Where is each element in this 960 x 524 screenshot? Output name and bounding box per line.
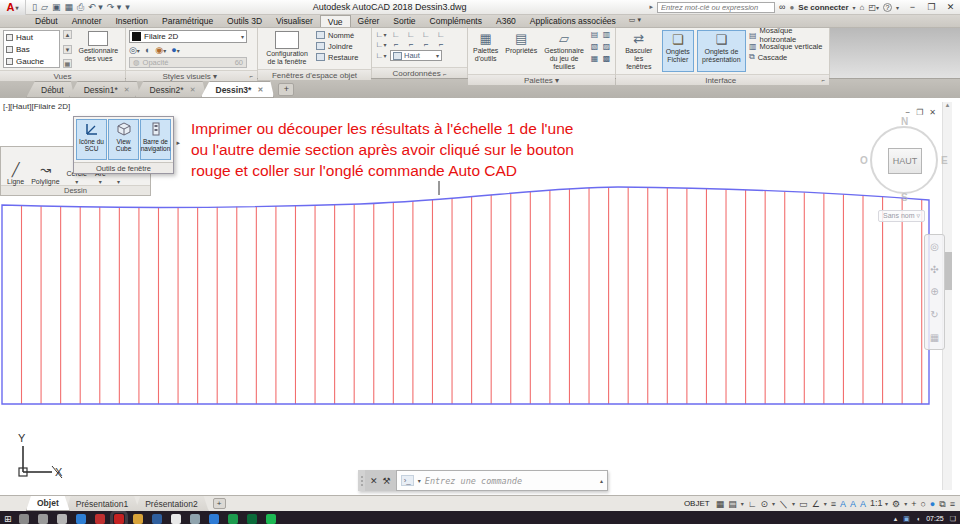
isolate-objects-icon[interactable]: ○ — [920, 497, 925, 511]
visual-style-dropdown[interactable]: Filaire 2D ▾ — [129, 30, 247, 43]
ribbon-tab-visualiser[interactable]: Visualiser — [269, 15, 320, 27]
open-file-icon[interactable]: ▱ — [41, 2, 48, 12]
ribbon-tab-param-trique[interactable]: Paramétrique — [155, 15, 220, 27]
named-ucs-dropdown[interactable]: Haut▾ — [390, 50, 442, 61]
ribbon-tab-a360[interactable]: A360 — [489, 15, 523, 27]
ortho-icon[interactable]: ∟ — [748, 497, 757, 511]
file-tab-dessin3[interactable]: Dessin3*✕ — [201, 81, 275, 98]
ribbon-tab-annoter[interactable]: Annoter — [65, 15, 109, 27]
ucs-icon-visibility-button[interactable]: ∟▾ — [375, 51, 387, 60]
drawing-area[interactable]: [-][Haut][Filaire 2D] Imprimer ou découp… — [0, 98, 960, 495]
viewcube-button[interactable]: View Cube — [108, 119, 139, 160]
sign-in-caret-icon[interactable]: ▾ — [853, 4, 856, 11]
viewport-tool-joindre[interactable]: Joindre — [316, 41, 358, 51]
panel-caption-vues[interactable]: Vues — [0, 70, 125, 81]
annotation-autoscale-icon[interactable]: A — [850, 497, 856, 511]
file-tab-close-icon[interactable]: ✕ — [124, 86, 130, 94]
layout-tab-objet[interactable]: Objet — [26, 496, 70, 511]
taskbar-app-icon-7[interactable] — [152, 514, 162, 524]
taskbar-app-icon-8[interactable] — [171, 514, 181, 524]
new-file-icon[interactable]: ▯ — [32, 2, 37, 12]
ribbon-tab-insertion[interactable]: Insertion — [108, 15, 155, 27]
dropdown[interactable]: ▾ — [741, 496, 744, 511]
taskbar-app-icon-13[interactable] — [266, 514, 276, 524]
viewcube-east[interactable]: E — [941, 155, 948, 166]
textures-icon[interactable]: ◉▾ — [155, 45, 166, 55]
switch-windows-button[interactable]: ⇄ Basculer les fenêtres — [619, 30, 659, 72]
taskbar-app-icon-3[interactable] — [76, 514, 86, 524]
taskbar-app-icon-11[interactable] — [228, 514, 238, 524]
scrollbar-thumb[interactable] — [944, 252, 952, 290]
palette-mini-icon-0[interactable]: ▤ — [589, 30, 600, 41]
viewport-configuration-button[interactable]: Configuration de la fenêtre — [261, 30, 313, 67]
dynamic-input-icon[interactable]: ▭ — [799, 497, 808, 511]
gear-icon[interactable]: ⚙ — [892, 497, 900, 511]
view-list-scroll[interactable]: ▲▼▦ — [63, 30, 72, 68]
view-list-item-haut[interactable]: Haut — [4, 31, 59, 43]
ribbon-tab-applications-associ-es[interactable]: Applications associées — [523, 15, 623, 27]
layout-tab-présentation2[interactable]: Présentation2 — [135, 496, 208, 511]
panel-caption-palettes[interactable]: Palettes ▾ — [468, 74, 615, 85]
ucs-z-icon[interactable]: ⌐ — [435, 40, 447, 49]
tray-up-icon[interactable]: ▴ — [894, 515, 898, 523]
osnap-tracking-icon[interactable]: ＼ — [779, 497, 788, 511]
lineweight-icon[interactable]: ≡ — [831, 497, 836, 511]
taskbar-app-icon-10[interactable] — [209, 514, 219, 524]
panel-caption-interface[interactable]: Interface ⌐ — [616, 74, 829, 85]
taskbar-app-icon-9[interactable] — [190, 514, 200, 524]
taskbar-app-icon-2[interactable] — [57, 514, 67, 524]
ucs-previous-icon[interactable]: ∟ — [420, 30, 432, 39]
viewcube-south[interactable]: S — [901, 192, 908, 203]
ucs-x-icon[interactable]: ⌐ — [405, 40, 417, 49]
taskbar-app-icon-5[interactable] — [114, 514, 124, 524]
navigation-bar-button[interactable]: Barre de navigation — [140, 119, 171, 160]
palette-mini-icon-3[interactable]: ▨ — [601, 42, 612, 53]
drawing-minimize-button[interactable]: − — [905, 108, 910, 117]
grid-icon[interactable]: ▦ — [716, 497, 725, 511]
ribbon-tab-compl-ments[interactable]: Compléments — [423, 15, 489, 27]
dropdown[interactable]: ▾ — [824, 496, 827, 511]
view-list[interactable]: HautBasGauche — [3, 30, 60, 68]
interface-item-mosa-que-verticale[interactable]: ▥Mosaïque verticale — [749, 41, 826, 51]
file-tab-dbut[interactable]: Début — [26, 81, 75, 98]
infocenter-collapse-icon[interactable]: ▸ — [650, 3, 654, 11]
application-menu-button[interactable]: A▾ — [0, 0, 26, 15]
ribbon-tab-sortie[interactable]: Sortie — [386, 15, 422, 27]
taskbar-app-icon-4[interactable] — [95, 514, 105, 524]
windows-start-icon[interactable]: ⊞ — [4, 514, 12, 524]
taskbar-app-icon-1[interactable] — [38, 514, 48, 524]
materials-icon[interactable]: ●▾ — [171, 45, 179, 55]
ucs-origin-icon[interactable]: ∟ — [405, 30, 417, 39]
snap-icon[interactable]: ▤ — [728, 497, 737, 511]
customization-menu-icon[interactable]: ≡ — [950, 497, 955, 511]
command-recent-icon[interactable]: ▾ — [418, 477, 421, 484]
pan-icon[interactable]: ✣ — [930, 264, 938, 275]
annotation-scale-value[interactable]: 1:1 ▾ — [870, 496, 888, 511]
orbit-icon[interactable]: ↻ — [930, 309, 938, 320]
plus-icon[interactable]: + — [911, 497, 916, 511]
layout-tab-présentation1[interactable]: Présentation1 — [66, 496, 139, 511]
search-icon[interactable]: ∞ — [779, 2, 785, 12]
dropdown[interactable]: ▾ — [904, 496, 907, 511]
notification-center-icon[interactable]: ❏ — [950, 515, 956, 523]
palette-mini-icon-2[interactable]: ▧ — [589, 42, 600, 53]
new-drawing-tab-button[interactable]: + — [278, 83, 294, 96]
file-tab-dessin2[interactable]: Dessin2*✕ — [135, 81, 207, 98]
ribbon-tab-d-but[interactable]: Début — [28, 15, 65, 27]
palette-button-palettes-d-outils[interactable]: ▦Palettes d'outils — [471, 30, 500, 64]
annotation-scale-icon[interactable]: A — [860, 497, 866, 511]
view-manager-button[interactable]: Gestionnaire des vues — [75, 30, 122, 64]
command-line-grip[interactable] — [358, 470, 365, 491]
ucs-world-icon[interactable]: ∟ — [390, 30, 402, 39]
viewcube[interactable]: N S O E HAUT — [862, 118, 948, 204]
help-caret-icon[interactable]: ▾ — [896, 4, 899, 11]
palette-mini-icon-4[interactable]: ▦ — [589, 54, 600, 65]
steering-wheel-icon[interactable]: ◎ — [930, 241, 939, 252]
new-layout-button[interactable]: + — [213, 498, 226, 509]
viewcube-west[interactable]: O — [860, 155, 868, 166]
zoom-icon[interactable]: ⊕ — [930, 286, 938, 297]
file-tabs-toggle-button[interactable]: ❏ Onglets Fichier — [662, 30, 694, 72]
ribbon-tab-vue[interactable]: Vue — [320, 15, 351, 27]
viewport-tool-nommé[interactable]: Nommé — [316, 30, 358, 40]
ucs-icon-button[interactable]: Icône du SCU — [76, 119, 107, 160]
